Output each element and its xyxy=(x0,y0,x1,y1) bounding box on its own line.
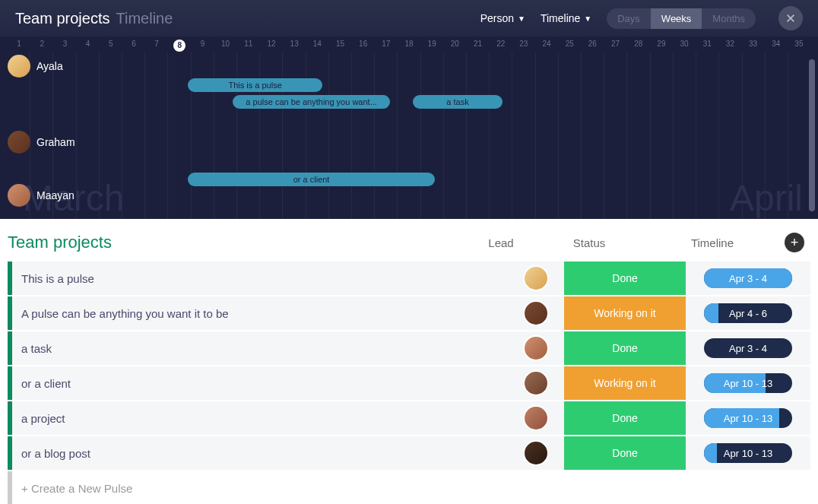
scrollbar[interactable] xyxy=(809,59,815,211)
zoom-days[interactable]: Days xyxy=(607,8,651,29)
timeline-cell[interactable]: Apr 10 - 13 xyxy=(687,408,809,428)
day-label[interactable]: 14 xyxy=(306,40,328,52)
lead-cell[interactable] xyxy=(509,335,563,361)
day-ruler: 1234567891011121314151617181920212223242… xyxy=(0,36,818,52)
pulse-title[interactable]: or a client xyxy=(12,377,509,390)
board-title: Team projects xyxy=(8,233,112,252)
timeline-cell[interactable]: Apr 3 - 4 xyxy=(687,338,809,358)
timeline-pill[interactable]: Apr 10 - 13 xyxy=(704,443,792,463)
person-row: Graham xyxy=(8,131,810,154)
day-label[interactable]: 9 xyxy=(191,40,214,52)
day-label[interactable]: 1 xyxy=(8,40,30,52)
pulse-title[interactable]: This is a pulse xyxy=(12,272,509,285)
status-cell[interactable]: Done xyxy=(564,262,686,295)
day-label[interactable]: 4 xyxy=(77,40,100,52)
caret-down-icon: ▼ xyxy=(518,14,525,23)
table-row[interactable]: or a blog postDoneApr 10 - 13 xyxy=(8,436,810,470)
col-header-lead[interactable]: Lead xyxy=(474,236,528,249)
day-label[interactable]: 20 xyxy=(443,40,466,52)
person-dropdown[interactable]: Person ▼ xyxy=(480,12,525,24)
day-label[interactable]: 32 xyxy=(718,40,741,52)
status-cell[interactable]: Done xyxy=(564,331,686,365)
zoom-months[interactable]: Months xyxy=(702,8,756,29)
day-label[interactable]: 16 xyxy=(352,40,375,52)
day-label[interactable]: 25 xyxy=(558,40,581,52)
pulse-title[interactable]: or a blog post xyxy=(12,447,509,460)
day-label[interactable]: 7 xyxy=(145,40,168,52)
day-label[interactable]: 12 xyxy=(260,40,283,52)
day-label[interactable]: 27 xyxy=(604,40,626,52)
day-label[interactable]: 33 xyxy=(742,40,765,52)
person-name: Graham xyxy=(36,136,75,148)
timeline-dropdown[interactable]: Timeline ▼ xyxy=(541,12,591,24)
day-label[interactable]: 31 xyxy=(696,40,718,52)
timeline-view: Team projects Timeline Person ▼ Timeline… xyxy=(0,0,818,219)
zoom-toggle: Days Weeks Months xyxy=(607,8,756,29)
day-label[interactable]: 35 xyxy=(788,40,810,52)
table-row[interactable]: This is a pulseDoneApr 3 - 4 xyxy=(8,262,810,295)
lead-cell[interactable] xyxy=(509,440,563,466)
day-label[interactable]: 18 xyxy=(398,40,420,52)
day-label[interactable]: 15 xyxy=(328,40,351,52)
pulse-title[interactable]: a task xyxy=(12,342,509,355)
table-row[interactable]: or a clientWorking on itApr 10 - 13 xyxy=(8,366,810,400)
lead-cell[interactable] xyxy=(509,405,563,431)
timeline-pill[interactable]: Apr 10 - 13 xyxy=(704,373,792,393)
timeline-cell[interactable]: Apr 10 - 13 xyxy=(687,443,809,463)
timeline-pill[interactable]: Apr 3 - 4 xyxy=(704,338,792,358)
day-label[interactable]: 11 xyxy=(237,40,260,52)
avatar xyxy=(523,370,549,396)
caret-down-icon: ▼ xyxy=(584,14,591,23)
timeline-cell[interactable]: Apr 10 - 13 xyxy=(687,373,809,393)
day-label[interactable]: 2 xyxy=(30,40,53,52)
status-cell[interactable]: Done xyxy=(564,436,686,470)
day-current[interactable]: 8 xyxy=(173,40,185,52)
close-button[interactable] xyxy=(778,6,803,30)
pulse-title[interactable]: A pulse can be anything you want it to b… xyxy=(12,307,509,320)
timeline-pill[interactable]: Apr 4 - 6 xyxy=(704,303,792,323)
day-label[interactable]: 29 xyxy=(650,40,673,52)
pulse-bar[interactable]: or a client xyxy=(188,173,436,186)
add-column-button[interactable]: + xyxy=(785,233,804,252)
pulse-bar[interactable]: a task xyxy=(413,95,503,109)
day-label[interactable]: 26 xyxy=(581,40,604,52)
day-label[interactable]: 5 xyxy=(100,40,122,52)
col-header-status[interactable]: Status xyxy=(528,236,651,249)
lead-cell[interactable] xyxy=(509,300,563,326)
timeline-cell[interactable]: Apr 3 - 4 xyxy=(687,268,809,288)
timeline-pill[interactable]: Apr 3 - 4 xyxy=(704,268,792,288)
day-label[interactable]: 21 xyxy=(466,40,489,52)
status-cell[interactable]: Working on it xyxy=(564,296,686,330)
col-header-timeline[interactable]: Timeline xyxy=(651,236,774,249)
day-label[interactable]: 30 xyxy=(673,40,696,52)
day-label[interactable]: 17 xyxy=(375,40,398,52)
day-label[interactable]: 28 xyxy=(627,40,650,52)
lead-cell[interactable] xyxy=(509,265,563,291)
day-label[interactable]: 23 xyxy=(512,40,535,52)
table-row[interactable]: a projectDoneApr 10 - 13 xyxy=(8,401,810,435)
day-label[interactable]: 10 xyxy=(214,40,237,52)
day-label[interactable]: 19 xyxy=(420,40,443,52)
person-dropdown-label: Person xyxy=(480,12,514,24)
zoom-weeks[interactable]: Weeks xyxy=(651,8,702,29)
person-name: Ayala xyxy=(36,60,63,72)
table-row[interactable]: a taskDoneApr 3 - 4 xyxy=(8,331,810,365)
table-row[interactable]: A pulse can be anything you want it to b… xyxy=(8,296,810,330)
board-rows: This is a pulseDoneApr 3 - 4A pulse can … xyxy=(8,262,810,504)
timeline-cell[interactable]: Apr 4 - 6 xyxy=(687,303,809,323)
day-label[interactable]: 24 xyxy=(535,40,558,52)
day-label[interactable]: 13 xyxy=(283,40,306,52)
lead-cell[interactable] xyxy=(509,370,563,396)
day-label[interactable]: 6 xyxy=(122,40,145,52)
status-cell[interactable]: Working on it xyxy=(564,366,686,400)
status-cell[interactable]: Done xyxy=(564,401,686,435)
timeline-pill[interactable]: Apr 10 - 13 xyxy=(704,408,792,428)
day-label[interactable]: 3 xyxy=(53,40,76,52)
pulse-bar[interactable]: a pulse can be anything you want... xyxy=(233,95,390,109)
pulse-title[interactable]: a project xyxy=(12,412,509,425)
day-label[interactable]: 34 xyxy=(765,40,788,52)
pulse-bar[interactable]: This is a pulse xyxy=(188,78,323,92)
day-label[interactable]: 22 xyxy=(490,40,512,52)
avatar xyxy=(523,405,549,431)
new-pulse-row[interactable]: + Create a New Pulse xyxy=(8,471,810,504)
